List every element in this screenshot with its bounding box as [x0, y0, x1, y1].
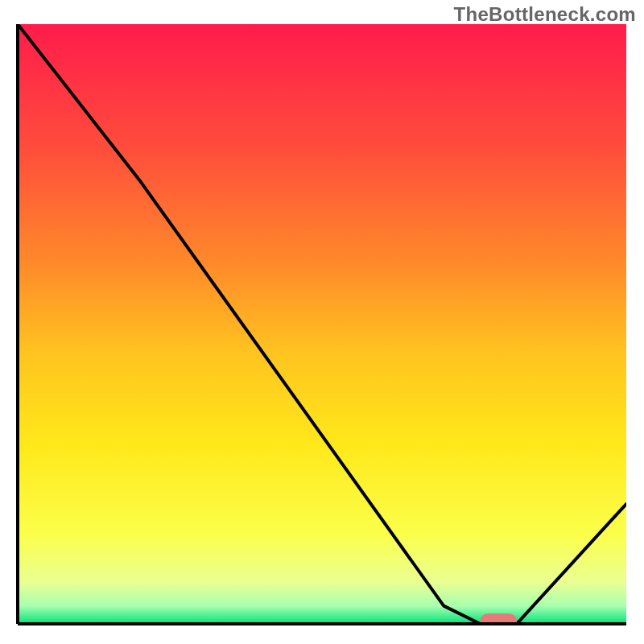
chart-stage: TheBottleneck.com [0, 0, 644, 644]
current-point-marker [481, 613, 517, 628]
watermark: TheBottleneck.com [454, 3, 636, 26]
gradient-background [18, 24, 626, 624]
bottleneck-chart [0, 0, 644, 644]
